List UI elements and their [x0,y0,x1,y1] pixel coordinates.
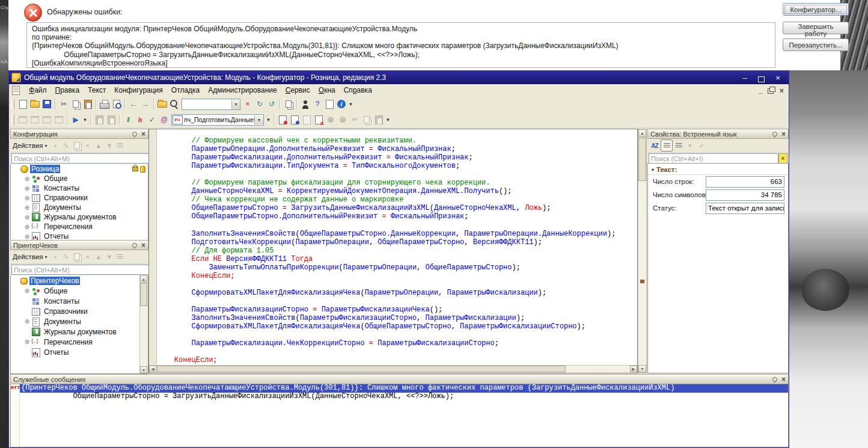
tree-item-doc[interactable]: ⊕Документы [11,203,148,212]
close-button[interactable]: × [773,73,783,82]
tree-item-jour[interactable]: ⊕Журналы документов [11,212,148,222]
code-text[interactable]: // Формируем кассовый чек с корректными … [157,129,637,366]
tree-root[interactable]: ПринтерЧеков [11,275,148,286]
bookmark-next-icon[interactable] [289,114,301,126]
shutdown-button[interactable]: Завершить работу [783,22,849,34]
close-icon[interactable]: × [781,131,786,137]
tree-item-enum[interactable]: ⊕Перечисления [11,337,148,347]
toolbar2-options-icon[interactable]: ▾ [385,114,391,126]
find-in-files-icon[interactable] [156,98,168,110]
tree-item-rep[interactable]: Отчеты [11,347,148,357]
bookmark-toggle-icon[interactable] [277,114,289,126]
debug-options-icon[interactable]: ▾ [82,114,88,126]
titlebar[interactable]: Общий модуль ОборудованиеЧекопечатающиеУ… [9,71,789,84]
clear-filter-icon[interactable]: × [778,153,787,164]
expand-icon[interactable]: ⊕ [23,224,31,230]
discard-icon[interactable]: × [685,140,695,151]
categories-icon[interactable] [661,140,673,152]
configuration-search-input[interactable] [11,153,150,164]
tree-item-const[interactable]: ⊕Константы [11,183,148,193]
printer-tree[interactable]: ▲ ▼ ПринтерЧеков⊕ОбщиеКонстантыСправочни… [10,275,148,374]
mdi-document-icon[interactable] [12,86,20,95]
menu-Справка[interactable]: Справка [340,85,376,96]
comment-lines-icon[interactable]: // [122,114,134,126]
print-preview-icon[interactable] [111,98,123,110]
tree-item-enum[interactable]: ⊕Перечисления [11,222,148,232]
scroll-thumb[interactable] [140,283,147,306]
tree-item-common[interactable]: ⊕Общие [11,286,148,296]
save-icon[interactable] [41,98,53,110]
tree-root[interactable]: Розница [11,164,148,174]
close-icon[interactable]: × [781,376,786,382]
pin-icon[interactable] [132,132,137,137]
expand-icon[interactable]: ⊕ [23,214,31,221]
close-icon[interactable]: × [141,242,145,248]
combo-options-icon[interactable]: ▾ [265,114,272,126]
pin-icon[interactable] [772,377,777,382]
scroll-right-icon[interactable]: ▶ [630,366,637,372]
open-file-icon[interactable] [29,98,41,110]
editor-vertical-scrollbar[interactable]: ▲ ▼ [638,129,647,373]
tree-item-jour[interactable]: Журналы документов [11,327,148,337]
menu-Файл[interactable]: Файл [25,85,51,96]
property-value[interactable]: 663 [706,176,784,188]
apply-icon[interactable]: ✓ [696,140,707,151]
property-value[interactable]: Текст открыт для записи [706,203,784,214]
expand-icon[interactable]: ⊕ [23,233,31,240]
expand-icon[interactable]: ⊕ [23,287,31,294]
menu-Правка[interactable]: Правка [51,85,84,96]
menu-Администрирование[interactable]: Администрирование [204,85,281,96]
expand-icon[interactable]: ⊕ [23,195,31,201]
back-icon[interactable]: ← [127,98,139,110]
categories-alt-icon[interactable] [673,140,684,151]
expand-icon[interactable]: ⊕ [23,339,31,345]
print-icon[interactable] [99,98,111,110]
scroll-down-icon[interactable]: ▼ [638,365,646,373]
scroll-up-icon[interactable]: ▲ [140,275,147,283]
syntax-check-icon[interactable]: ✓ [146,114,158,126]
property-value[interactable]: 34 785 [706,189,784,201]
new-document-icon[interactable] [17,98,29,110]
scroll-thumb[interactable] [638,138,646,181]
expand-icon[interactable]: ⊕ [23,204,31,211]
tree-item-common[interactable]: ⊕Общие [11,174,148,183]
mdi-restore-icon[interactable] [768,88,774,94]
configuration-tree[interactable]: Розница⊕Общие⊕Константы⊕Справочники⊕Доку… [10,164,148,241]
paste-icon[interactable] [82,98,94,110]
help-contents-icon[interactable] [323,98,335,110]
syntax-assistant-icon[interactable] [299,98,311,110]
find-previous-icon[interactable]: ↺ [266,98,278,110]
mdi-minimize-icon[interactable]: _ [759,86,763,94]
tree-item-cat[interactable]: Справочники [11,306,148,316]
copy-icon[interactable] [70,98,82,110]
text-section-header[interactable]: ▾ Текст: [648,164,788,175]
search-dropdown-icon[interactable]: ▾ [231,99,240,109]
scroll-left-icon[interactable]: ◀ [149,366,156,372]
minimize-button[interactable]: – [740,73,750,82]
editor-horizontal-scrollbar[interactable]: ◀ ▶ [149,365,637,373]
forward-icon[interactable]: → [139,98,151,110]
pin-icon[interactable] [132,243,137,248]
close-icon[interactable]: × [141,131,145,137]
scroll-up-icon[interactable]: ▲ [638,129,646,137]
menu-Отладка[interactable]: Отладка [167,85,204,96]
about-icon[interactable] [335,98,347,110]
start-debugging-icon[interactable]: ▶ [70,114,82,126]
properties-search-input[interactable] [649,153,778,164]
pin-icon[interactable] [772,132,777,137]
menu-Конфигурация[interactable]: Конфигурация [110,85,167,96]
duplicate-window-icon[interactable] [283,98,295,110]
printer-search-input[interactable] [11,265,150,275]
tree-item-const[interactable]: Константы [11,296,148,306]
find-next-icon[interactable]: ↻ [254,98,266,110]
tree-item-cat[interactable]: ⊕Справочники [11,193,148,203]
actions-menu[interactable]: Действия▾ [13,142,47,149]
restart-button[interactable]: Перезапустить... [783,38,849,51]
message-line[interactable]: ОбщиеПараметрыСторно = ЗагрузитьДанныеФи… [20,393,788,401]
combo-dropdown-icon[interactable]: ▾ [254,115,263,124]
quick-search-input[interactable] [182,99,231,109]
expand-icon[interactable]: ⊕ [23,176,31,182]
tree-scrollbar[interactable]: ▲ ▼ [139,275,148,373]
help-edit-icon[interactable]: ? [311,98,323,110]
toolbar-grip[interactable] [11,99,14,109]
